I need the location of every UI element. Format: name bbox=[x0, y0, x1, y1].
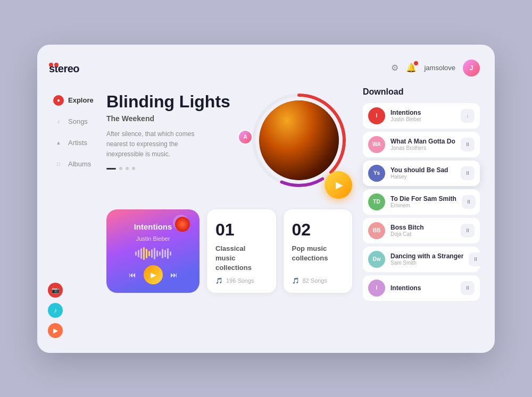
player-controls: ⏮ ▶ ⏭ bbox=[129, 265, 178, 284]
sidebar-item-artists[interactable]: ▲ Artists bbox=[48, 133, 101, 153]
download-item[interactable]: Dw Dancing with a Stranger Sam Smith ⏸ bbox=[363, 247, 480, 272]
dl-action-button[interactable]: ⏸ bbox=[469, 252, 483, 266]
wave-bar bbox=[164, 250, 166, 257]
dl-title: Intentions bbox=[390, 109, 455, 116]
download-item[interactable]: I Intentions Justin Bieber ↓ bbox=[363, 103, 480, 129]
download-item[interactable]: TD To Die For Sam Smith Eminem ⏸ bbox=[363, 189, 480, 215]
dl-avatar: WA bbox=[368, 136, 385, 153]
dl-avatar: I bbox=[368, 280, 385, 297]
music-icon: 🎵 bbox=[215, 277, 223, 284]
settings-icon[interactable]: ⚙ bbox=[391, 63, 398, 73]
dl-action-button[interactable]: ⏸ bbox=[462, 195, 476, 209]
dl-info: What A Man Gotta Do Jonas Brothers bbox=[390, 138, 455, 151]
wave-bar bbox=[159, 251, 161, 256]
notification-dot bbox=[414, 61, 418, 65]
mini-avatars: A bbox=[238, 130, 253, 147]
music-icon-2: 🎵 bbox=[292, 277, 300, 284]
waveform bbox=[115, 246, 191, 261]
play-button-small[interactable]: ▶ bbox=[144, 265, 163, 284]
sidebar-item-albums[interactable]: □ Albums bbox=[48, 155, 101, 174]
dl-title: You should Be Sad bbox=[390, 166, 455, 174]
dl-info: To Die For Sam Smith Eminem bbox=[390, 195, 456, 208]
wave-bar bbox=[140, 248, 142, 259]
download-item[interactable]: BB Boss Bitch Doja Cat ⏸ bbox=[363, 218, 480, 243]
vinyl-container: A ▶ bbox=[246, 87, 352, 193]
download-item[interactable]: Ys You should Be Sad Halsey ⏸ bbox=[363, 161, 480, 186]
wave-bar bbox=[138, 250, 139, 257]
dl-artist: Sam Smith bbox=[390, 260, 463, 266]
video-icon[interactable]: ▶ bbox=[48, 323, 63, 338]
music-social-icon[interactable]: ♪ bbox=[48, 303, 63, 318]
dl-action-button[interactable]: ↓ bbox=[461, 109, 475, 123]
sidebar-item-songs[interactable]: ♪ Songs bbox=[48, 112, 101, 131]
app-logo: stereo bbox=[48, 60, 101, 72]
app-container: stereo ● Explore ♪ Songs ▲ Artists □ Alb… bbox=[37, 45, 495, 353]
dl-title: Intentions bbox=[390, 284, 455, 292]
dl-info: Intentions bbox=[390, 284, 455, 292]
mini-avatar-1: A bbox=[238, 130, 253, 145]
logo-text: stereo bbox=[49, 63, 53, 67]
dl-action-button[interactable]: ⏸ bbox=[461, 224, 475, 238]
hero-description: After silence, that which comes nearest … bbox=[106, 129, 213, 160]
dl-artist: Justin Bieber bbox=[390, 116, 455, 122]
hero-dots bbox=[106, 167, 235, 170]
collection-footer-2: 🎵 82 Songs bbox=[292, 277, 344, 284]
artist-image bbox=[259, 100, 339, 180]
avatar[interactable]: J bbox=[463, 60, 480, 77]
prev-button[interactable]: ⏮ bbox=[129, 271, 136, 279]
wave-bar bbox=[170, 251, 171, 256]
header: ⚙ 🔔 jamsolove J bbox=[106, 60, 480, 77]
download-item[interactable]: WA What A Man Gotta Do Jonas Brothers ⏸ bbox=[363, 132, 480, 157]
dl-info: You should Be Sad Halsey bbox=[390, 166, 455, 180]
wave-bar-active bbox=[143, 247, 145, 260]
username: jamsolove bbox=[424, 64, 455, 72]
collection-name-1: Classical music collections bbox=[215, 244, 268, 273]
dot-active bbox=[106, 168, 116, 170]
explore-label: Explore bbox=[68, 96, 94, 104]
dl-info: Boss Bitch Doja Cat bbox=[390, 224, 455, 237]
sidebar: stereo ● Explore ♪ Songs ▲ Artists □ Alb… bbox=[37, 45, 101, 353]
wave-bar bbox=[156, 250, 158, 257]
collection-card-classical[interactable]: 01 Classical music collections 🎵 196 Son… bbox=[207, 209, 276, 293]
content-area: Blinding Lights The Weekend After silenc… bbox=[106, 87, 480, 342]
player-song-artist: Justin Bieber bbox=[136, 235, 170, 242]
dot-4 bbox=[132, 167, 135, 170]
dl-title: What A Man Gotta Do bbox=[390, 138, 455, 145]
download-title: Download bbox=[363, 87, 480, 97]
dl-action-button[interactable]: ⏸ bbox=[461, 166, 475, 180]
wave-bar bbox=[135, 251, 137, 256]
sidebar-item-explore[interactable]: ● Explore bbox=[48, 91, 101, 110]
social-icons: 📷 ♪ ▶ bbox=[48, 283, 101, 338]
next-button[interactable]: ⏭ bbox=[170, 271, 178, 279]
dl-avatar: TD bbox=[368, 193, 385, 210]
download-item[interactable]: I Intentions ⏸ bbox=[363, 275, 480, 301]
wave-bar bbox=[167, 248, 169, 259]
wave-bar bbox=[151, 249, 153, 258]
dl-action-button[interactable]: ⏸ bbox=[461, 281, 475, 295]
wave-bar bbox=[154, 248, 155, 259]
albums-icon: □ bbox=[53, 159, 64, 170]
artists-icon: ▲ bbox=[53, 138, 64, 148]
player-card: Intentions Justin Bieber bbox=[106, 209, 200, 293]
wave-bar-active bbox=[148, 251, 150, 256]
explore-icon: ● bbox=[53, 95, 64, 106]
dot-2 bbox=[119, 167, 122, 170]
collection-number-2: 02 bbox=[292, 220, 344, 240]
player-song-art bbox=[175, 217, 190, 232]
artist-photo bbox=[259, 100, 339, 180]
instagram-icon[interactable]: 📷 bbox=[48, 283, 63, 298]
dl-artist: Doja Cat bbox=[390, 231, 455, 237]
wave-bar-active bbox=[146, 249, 147, 258]
notification-button[interactable]: 🔔 bbox=[406, 63, 417, 73]
dl-artist: Halsey bbox=[390, 174, 455, 180]
dl-avatar: I bbox=[368, 107, 385, 124]
player-song-title: Intentions bbox=[134, 222, 172, 231]
play-button-large[interactable]: ▶ bbox=[325, 171, 352, 199]
dl-artist: Jonas Brothers bbox=[390, 145, 455, 151]
dl-info: Dancing with a Stranger Sam Smith bbox=[390, 252, 463, 266]
dl-artist: Eminem bbox=[390, 202, 456, 208]
songs-label: Songs bbox=[68, 117, 88, 125]
dl-avatar: Ys bbox=[368, 165, 385, 182]
dl-action-button[interactable]: ⏸ bbox=[461, 138, 475, 151]
collection-card-pop[interactable]: 02 Pop music collections 🎵 82 Songs bbox=[284, 209, 353, 293]
